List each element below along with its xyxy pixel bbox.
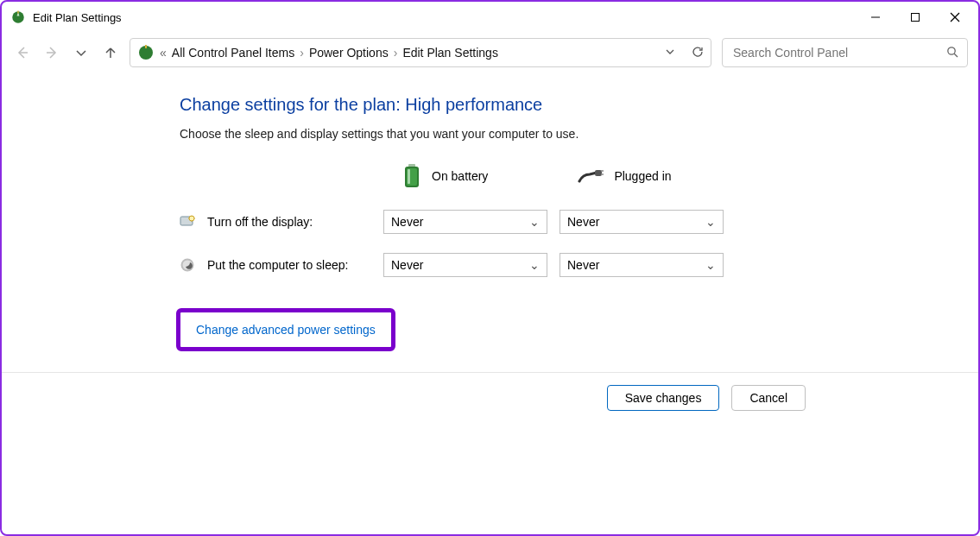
button-label: Save changes: [625, 391, 702, 405]
svg-rect-1: [17, 11, 19, 14]
advanced-power-settings-link[interactable]: Change advanced power settings: [196, 323, 376, 337]
display-icon: [180, 214, 195, 230]
chevron-down-icon: ⌄: [529, 215, 540, 229]
svg-line-11: [954, 54, 958, 57]
display-battery-select[interactable]: Never ⌄: [383, 210, 547, 234]
svg-rect-9: [145, 45, 147, 48]
save-button[interactable]: Save changes: [607, 385, 720, 411]
refresh-button[interactable]: [692, 46, 704, 60]
chevron-right-icon: ›: [300, 46, 304, 60]
setting-label: Put the computer to sleep:: [207, 258, 371, 272]
search-box[interactable]: [722, 38, 968, 67]
display-plugged-select[interactable]: Never ⌄: [560, 210, 724, 234]
breadcrumb-item[interactable]: All Control Panel Items: [172, 46, 294, 60]
footer-buttons: Save changes Cancel: [2, 373, 978, 411]
maximize-button[interactable]: [895, 3, 935, 31]
sleep-plugged-select[interactable]: Never ⌄: [560, 253, 724, 277]
search-input[interactable]: [731, 45, 939, 60]
chevron-down-icon: ⌄: [529, 258, 540, 272]
battery-icon: [402, 163, 421, 189]
column-header-battery: On battery: [432, 169, 488, 183]
select-value: Never: [391, 258, 423, 272]
plug-icon: [578, 169, 604, 183]
back-button[interactable]: [14, 44, 31, 61]
address-dropdown-button[interactable]: [664, 46, 676, 60]
cancel-button[interactable]: Cancel: [731, 385, 806, 411]
power-plan-icon: [10, 9, 26, 25]
sleep-battery-select[interactable]: Never ⌄: [383, 253, 547, 277]
breadcrumb-item[interactable]: Edit Plan Settings: [402, 46, 498, 60]
select-value: Never: [567, 215, 599, 229]
power-options-icon: [137, 44, 155, 61]
page-heading: Change settings for the plan: High perfo…: [180, 95, 978, 115]
forward-button[interactable]: [43, 44, 60, 61]
history-chevron-icon[interactable]: «: [160, 46, 167, 60]
svg-rect-15: [408, 169, 410, 184]
highlight-box: Change advanced power settings: [176, 308, 395, 351]
address-bar[interactable]: « All Control Panel Items › Power Option…: [130, 38, 711, 67]
breadcrumb-item[interactable]: Power Options: [309, 46, 389, 60]
select-value: Never: [567, 258, 599, 272]
sleep-icon: [180, 257, 195, 273]
window-title: Edit Plan Settings: [33, 11, 122, 24]
svg-rect-16: [595, 170, 602, 176]
recent-dropdown-button[interactable]: [73, 44, 90, 61]
toolbar: « All Control Panel Items › Power Option…: [2, 33, 978, 76]
close-button[interactable]: [935, 3, 975, 31]
svg-point-10: [948, 47, 955, 54]
setting-label: Turn off the display:: [207, 215, 371, 229]
setting-row-sleep: Put the computer to sleep: Never ⌄ Never…: [180, 253, 978, 277]
chevron-down-icon: ⌄: [705, 258, 716, 272]
column-header-plugged: Plugged in: [614, 169, 671, 183]
page-subtext: Choose the sleep and display settings th…: [180, 127, 978, 141]
main-content: Change settings for the plan: High perfo…: [2, 76, 978, 351]
select-value: Never: [391, 215, 423, 229]
button-label: Cancel: [749, 391, 787, 405]
window-frame: Edit Plan Settings: [0, 0, 980, 536]
chevron-down-icon: ⌄: [705, 215, 716, 229]
titlebar: Edit Plan Settings: [2, 2, 978, 33]
svg-rect-3: [912, 14, 920, 22]
search-icon: [946, 46, 958, 60]
minimize-button[interactable]: [856, 3, 895, 31]
setting-row-display: Turn off the display: Never ⌄ Never ⌄: [180, 210, 978, 234]
up-button[interactable]: [102, 44, 119, 61]
chevron-right-icon: ›: [394, 46, 398, 60]
